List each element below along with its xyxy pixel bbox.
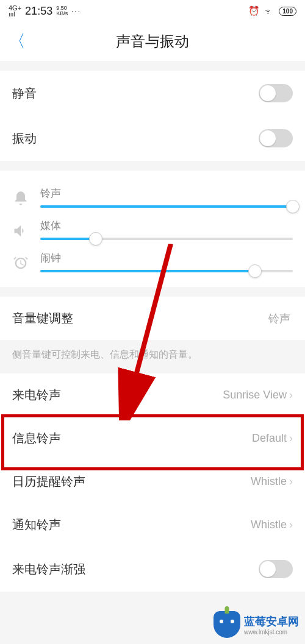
cal-ringtone-row[interactable]: 日历提醒铃声 Whistle › <box>0 460 305 503</box>
header: 〈 声音与振动 <box>0 22 305 61</box>
alarm-slider-label: 闹钟 <box>40 251 293 265</box>
ringtone-slider[interactable] <box>40 205 293 208</box>
watermark-title: 蓝莓安卓网 <box>244 614 299 629</box>
ringtone-slider-row: 铃声 <box>12 175 293 208</box>
mute-toggle[interactable] <box>259 84 293 102</box>
bell-icon <box>12 190 29 207</box>
call-ringtone-label: 来电铃声 <box>12 387 223 403</box>
mute-label: 静音 <box>12 85 259 102</box>
volume-sliders: 铃声 媒体 闹钟 <box>0 171 305 287</box>
status-bar: 4G+ ıııl 21:53 9.50 KB/s ··· ⏰ ᯤ 100 <box>0 0 305 22</box>
ringtone-slider-label: 铃声 <box>40 186 293 200</box>
net-speed: 9.50 KB/s <box>56 5 68 16</box>
clock: 21:53 <box>25 5 52 18</box>
chevron-right-icon: › <box>289 432 293 445</box>
notif-ringtone-label: 通知铃声 <box>12 517 251 533</box>
notif-ringtone-row[interactable]: 通知铃声 Whistle › <box>0 503 305 547</box>
toggle-section: 静音 振动 <box>0 71 305 161</box>
vibrate-row[interactable]: 振动 <box>0 116 305 161</box>
media-slider-row: 媒体 <box>12 208 293 240</box>
call-ringtone-value: Sunrise View <box>223 389 287 402</box>
volume-key-row[interactable]: 音量键调整 铃声 <box>0 297 305 340</box>
back-button[interactable]: 〈 <box>9 30 26 53</box>
vibrate-label: 振动 <box>12 130 259 147</box>
chevron-right-icon: › <box>289 475 293 488</box>
msg-ringtone-row[interactable]: 信息铃声 Default › <box>0 417 305 460</box>
msg-ringtone-label: 信息铃声 <box>12 430 252 447</box>
cal-ringtone-value: Whistle <box>251 475 287 488</box>
status-left: 4G+ ıııl 21:53 9.50 KB/s ··· <box>9 5 81 18</box>
vibrate-toggle[interactable] <box>259 129 293 147</box>
ringtone-section: 来电铃声 Sunrise View › 信息铃声 Default › 日历提醒铃… <box>0 373 305 592</box>
battery-indicator: 100 <box>279 7 296 16</box>
media-slider-label: 媒体 <box>40 219 293 233</box>
ramp-toggle[interactable] <box>259 560 293 578</box>
wifi-icon: ᯤ <box>265 6 274 16</box>
volume-key-value: 铃声 <box>268 311 290 326</box>
watermark: 蓝莓安卓网 www.lmkjst.com <box>214 611 299 638</box>
speaker-icon <box>12 222 29 239</box>
alarm-icon: ⏰ <box>248 5 260 16</box>
volume-key-section: 音量键调整 铃声 <box>0 297 305 340</box>
msg-ringtone-value: Default <box>252 432 287 445</box>
media-slider[interactable] <box>40 238 293 240</box>
status-right: ⏰ ᯤ 100 <box>248 5 296 16</box>
volume-key-label: 音量键调整 <box>12 310 268 327</box>
ramp-ringtone-label: 来电铃声渐强 <box>12 561 259 578</box>
chevron-right-icon: › <box>289 518 293 531</box>
page-title: 声音与振动 <box>0 32 305 51</box>
more-dots: ··· <box>71 7 81 15</box>
mute-row[interactable]: 静音 <box>0 71 305 116</box>
cal-ringtone-label: 日历提醒铃声 <box>12 473 251 490</box>
watermark-url: www.lmkjst.com <box>244 629 299 635</box>
chevron-right-icon: › <box>289 389 293 402</box>
watermark-icon <box>214 611 240 638</box>
volume-key-hint: 侧音量键可控制来电、信息和通知的音量。 <box>0 340 305 373</box>
ramp-ringtone-row[interactable]: 来电铃声渐强 <box>0 547 305 592</box>
alarm-slider-row: 闹钟 <box>12 240 293 272</box>
notif-ringtone-value: Whistle <box>251 518 287 531</box>
alarm-clock-icon <box>12 255 29 272</box>
alarm-slider[interactable] <box>40 270 293 272</box>
call-ringtone-row[interactable]: 来电铃声 Sunrise View › <box>0 373 305 417</box>
network-type: 4G+ ıııl <box>9 5 21 18</box>
